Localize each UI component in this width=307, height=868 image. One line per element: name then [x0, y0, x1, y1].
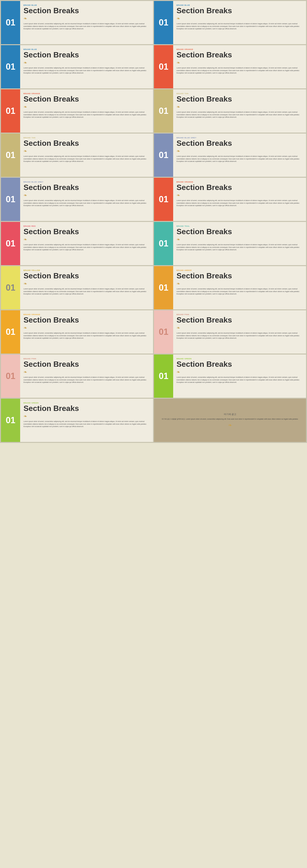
card-8-brand: BRAND BLUE GREY	[176, 137, 302, 138]
card-9-accent: 01	[1, 178, 20, 221]
ad-card: 여기에 광고 여기에 광고 내용을 입력하세요. Lorem ipsum dol…	[154, 399, 306, 442]
card-7-accent: 01	[1, 133, 20, 177]
card-16-brand: BRAND PINK	[176, 314, 302, 315]
card-3-divider: ❧	[24, 60, 149, 65]
card-6-number: 01	[159, 106, 168, 116]
card-19-title: Section Breaks	[24, 404, 149, 413]
card-16-title: Section Breaks	[176, 316, 302, 324]
card-7-body: Lorem ipsum dolor sit amet, consectetur …	[24, 155, 149, 163]
card-16-accent: 01	[154, 310, 173, 353]
card-11-accent: 01	[1, 222, 20, 265]
card-9-number: 01	[6, 194, 15, 205]
card-1-body: Lorem ipsum dolor sit amet, consectetur …	[24, 23, 149, 30]
card-16: 01 BRAND PINK Section Breaks ❧ Lorem ips…	[154, 310, 306, 353]
card-15-brand: BRAND ORANGE	[24, 314, 149, 315]
card-4-title: Section Breaks	[176, 51, 302, 59]
card-9-content: BRAND BLUE GREY Section Breaks ❧ Lorem i…	[20, 178, 153, 221]
card-13-body: Lorem ipsum dolor sit amet, consectetur …	[24, 288, 149, 296]
card-10: 01 BRAND ORANGE Section Breaks ❧ Lorem i…	[154, 178, 306, 221]
card-15-divider: ❧	[24, 325, 149, 331]
card-19: 01 BRAND GREEN Section Breaks ❧ Lorem ip…	[1, 399, 153, 442]
card-13-title: Section Breaks	[24, 272, 149, 280]
card-8-accent: 01	[154, 133, 173, 177]
card-17-accent: 01	[1, 354, 20, 398]
card-17: 01 BRAND PINK Section Breaks ❧ Lorem ips…	[1, 354, 153, 398]
card-18-number: 01	[159, 371, 168, 381]
card-5-brand: BRAND ORANGE	[24, 93, 149, 94]
card-7-divider: ❧	[24, 149, 149, 154]
card-9-brand: BRAND BLUE GREY	[24, 181, 149, 183]
card-13-accent: 01	[1, 266, 20, 309]
card-10-title: Section Breaks	[176, 183, 302, 192]
card-17-divider: ❧	[24, 369, 149, 375]
card-14-content: BRAND AMBER Section Breaks ❧ Lorem ipsum…	[173, 266, 306, 309]
card-5: 01 BRAND ORANGE Section Breaks ❧ Lorem i…	[1, 89, 153, 132]
card-1: 01 BRAND BLUE Section Breaks ❧ Lorem ips…	[1, 1, 153, 44]
card-8-body: Lorem ipsum dolor sit amet, consectetur …	[176, 155, 302, 163]
card-11-title: Section Breaks	[24, 227, 149, 236]
card-12-brand: BRAND TEAL	[176, 225, 302, 227]
card-7: 01 BRAND TAN Section Breaks ❧ Lorem ipsu…	[1, 133, 153, 177]
card-11-brand: BRAND RED	[24, 225, 149, 227]
card-18-brand: BRAND GREEN	[176, 358, 302, 360]
card-12-content: BRAND TEAL Section Breaks ❧ Lorem ipsum …	[173, 222, 306, 265]
card-13: 01 BRAND YELLOW Section Breaks ❧ Lorem i…	[1, 266, 153, 309]
card-2-brand: BRAND BLUE	[176, 4, 302, 6]
card-17-title: Section Breaks	[24, 360, 149, 368]
card-5-number: 01	[6, 106, 15, 116]
card-5-title: Section Breaks	[24, 95, 149, 103]
card-4-accent: 01	[154, 45, 173, 88]
card-19-divider: ❧	[24, 413, 149, 419]
card-14-number: 01	[159, 283, 168, 293]
card-14-brand: BRAND AMBER	[176, 270, 302, 271]
card-4-body: Lorem ipsum dolor sit amet, consectetur …	[176, 67, 302, 74]
card-11: 01 BRAND RED Section Breaks ❧ Lorem ipsu…	[1, 222, 153, 265]
card-16-number: 01	[159, 327, 168, 337]
card-17-number: 01	[6, 371, 15, 381]
card-5-accent: 01	[1, 89, 20, 132]
card-4: 01 BRAND ORANGE Section Breaks ❧ Lorem i…	[154, 45, 306, 88]
ad-body: 여기에 광고 내용을 입력하세요. Lorem ipsum dolor sit …	[162, 418, 298, 421]
card-16-content: BRAND PINK Section Breaks ❧ Lorem ipsum …	[173, 310, 306, 353]
card-3-number: 01	[6, 62, 15, 72]
card-6-accent: 01	[154, 89, 173, 132]
card-18-divider: ❧	[176, 369, 302, 375]
card-19-brand: BRAND GREEN	[24, 402, 149, 404]
card-2-body: Lorem ipsum dolor sit amet, consectetur …	[176, 23, 302, 30]
card-3: 01 BRAND BLUE Section Breaks ❧ Lorem ips…	[1, 45, 153, 88]
card-19-content: BRAND GREEN Section Breaks ❧ Lorem ipsum…	[20, 399, 153, 442]
card-15-content: BRAND ORANGE Section Breaks ❧ Lorem ipsu…	[20, 310, 153, 353]
card-3-brand: BRAND BLUE	[24, 49, 149, 50]
card-3-accent: 01	[1, 45, 20, 88]
card-9-title: Section Breaks	[24, 183, 149, 192]
card-9: 01 BRAND BLUE GREY Section Breaks ❧ Lore…	[1, 178, 153, 221]
card-9-body: Lorem ipsum dolor sit amet, consectetur …	[24, 199, 149, 207]
card-13-number: 01	[6, 283, 15, 293]
card-1-divider: ❧	[24, 16, 149, 21]
card-grid: 01 BRAND BLUE Section Breaks ❧ Lorem ips…	[0, 0, 307, 443]
card-8-title: Section Breaks	[176, 139, 302, 148]
card-10-body: Lorem ipsum dolor sit amet, consectetur …	[176, 199, 302, 207]
card-7-title: Section Breaks	[24, 139, 149, 148]
ad-title: 여기에 광고	[224, 413, 237, 416]
card-3-body: Lorem ipsum dolor sit amet, consectetur …	[24, 67, 149, 74]
card-6-brand: BRAND TAN	[176, 93, 302, 94]
card-11-number: 01	[6, 239, 15, 249]
card-1-accent: 01	[1, 1, 20, 44]
card-6-divider: ❧	[176, 104, 302, 110]
card-5-content: BRAND ORANGE Section Breaks ❧ Lorem ipsu…	[20, 89, 153, 132]
card-6-title: Section Breaks	[176, 95, 302, 103]
card-12-accent: 01	[154, 222, 173, 265]
card-12-title: Section Breaks	[176, 227, 302, 236]
card-4-brand: BRAND ORANGE	[176, 49, 302, 50]
card-12-divider: ❧	[176, 237, 302, 242]
card-13-brand: BRAND YELLOW	[24, 270, 149, 271]
card-12-body: Lorem ipsum dolor sit amet, consectetur …	[176, 244, 302, 251]
card-15-number: 01	[6, 327, 15, 337]
card-17-content: BRAND PINK Section Breaks ❧ Lorem ipsum …	[20, 354, 153, 398]
card-17-brand: BRAND PINK	[24, 358, 149, 360]
card-16-divider: ❧	[176, 325, 302, 331]
card-15-title: Section Breaks	[24, 316, 149, 324]
card-4-number: 01	[159, 62, 168, 72]
card-18: 01 BRAND GREEN Section Breaks ❧ Lorem ip…	[154, 354, 306, 398]
